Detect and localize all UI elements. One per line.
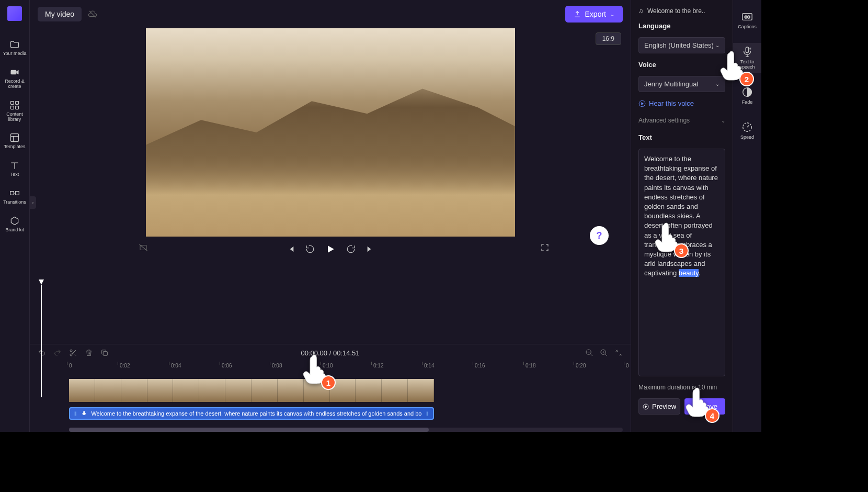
left-sidebar: Your media Record & create Content libra… [0,0,30,432]
music-note-icon: ♫ [638,7,643,15]
playhead-line [41,285,42,397]
cloud-sync-icon [88,9,97,19]
duplicate-icon[interactable] [100,349,109,357]
nav-label: Content library [0,112,29,122]
voice-dropdown[interactable]: Jenny Multilingual ⌄ [638,76,725,92]
scrollbar-thumb[interactable] [69,428,429,432]
svg-rect-9 [16,192,19,195]
nav-brand-kit[interactable]: Brand kit [0,210,29,238]
video-track[interactable] [69,379,434,402]
nav-label: Text [10,172,19,177]
ruler-tick: 0:12 [373,363,383,368]
video-preview[interactable] [146,28,515,237]
ruler-tick: 0 [69,363,72,368]
preview-button[interactable]: Preview [638,398,680,415]
tool-speed[interactable]: Speed [733,118,761,143]
tool-fade[interactable]: Fade [733,83,761,108]
svg-line-19 [590,354,592,356]
tutorial-pointer-2: 2 [715,48,748,84]
nav-templates[interactable]: Templates [0,127,29,155]
skip-back-icon[interactable] [287,245,295,253]
audio-tts-track[interactable]: ⦀ Welcome to the breathtaking expanse of… [69,407,434,420]
rewind-icon[interactable] [305,244,315,254]
tts-text-input[interactable]: Welcome to the breathtaking expanse of t… [638,149,725,376]
folder-icon [9,39,20,50]
ruler-tick: 0:18 [526,363,535,368]
templates-icon [9,132,20,143]
chevron-down-icon: ⌄ [610,12,614,17]
chevron-down-icon: ⌄ [721,118,725,124]
advanced-settings-toggle[interactable]: Advanced settings ⌄ [638,115,725,126]
nav-label: Your media [3,51,26,57]
hear-voice-button[interactable]: Hear this voice [638,99,725,107]
library-icon [9,100,20,110]
scissors-icon[interactable] [69,349,77,357]
track-handle-icon[interactable]: ⦀ [74,410,77,417]
ruler-tick: 0:20 [576,363,586,368]
svg-rect-17 [103,351,107,355]
language-label: Language [638,22,725,30]
tutorial-pointer-3: 3 [650,220,682,255]
ruler-tick: 0:02 [120,363,130,368]
speaker-icon [81,410,87,417]
transitions-icon [9,188,20,198]
nav-label: Templates [4,144,25,150]
fit-icon[interactable] [614,349,623,357]
app-logo[interactable] [7,6,22,21]
preview-area: 16:9 ? [30,28,631,344]
language-dropdown[interactable]: English (United States) ⌄ [638,37,725,53]
help-button[interactable]: ? [590,226,609,245]
skip-forward-icon[interactable] [366,245,374,253]
cc-icon: CC [741,11,753,23]
tutorial-pointer-4: 4 [681,385,713,420]
crop-icon[interactable] [139,243,148,252]
trash-icon[interactable] [85,349,93,357]
ruler-tick: 0:04 [171,363,181,368]
play-icon[interactable] [325,244,336,254]
nav-content-library[interactable]: Content library [0,95,29,128]
svg-rect-3 [11,106,14,109]
nav-your-media[interactable]: Your media [0,34,29,62]
track-handle-icon[interactable]: ⦀ [426,410,429,417]
tool-captions[interactable]: CC Captions [733,8,761,32]
zoom-in-icon[interactable] [600,349,608,357]
nav-text[interactable]: Text [0,155,29,183]
player-controls: ? [30,237,631,262]
svg-text:CC: CC [745,15,750,19]
svg-point-14 [70,354,72,356]
svg-rect-4 [16,106,19,109]
camera-icon [9,67,20,77]
nav-label: Record & create [0,79,29,90]
export-button[interactable]: Export ⌄ [565,6,623,23]
nav-transitions[interactable]: Transitions [0,183,29,210]
text-label: Text [638,133,725,141]
ruler-tick: 0:08 [272,363,282,368]
svg-rect-0 [11,70,17,74]
speed-icon [741,121,753,133]
svg-rect-8 [10,192,14,195]
forward-icon[interactable] [346,244,356,254]
nav-label: Brand kit [5,228,24,233]
aspect-ratio-badge[interactable]: 16:9 [596,32,621,45]
panel-title: ♫ Welcome to the bre.. [638,7,725,15]
timeline-scrollbar[interactable] [69,428,623,432]
fade-icon [741,86,753,98]
ruler-tick: 0 [626,363,629,368]
nav-label: Transitions [3,200,26,205]
text-icon [9,160,20,171]
voice-label: Voice [638,61,725,69]
track-text: Welcome to the breathtaking expanse of t… [91,410,422,417]
zoom-out-icon[interactable] [585,349,593,357]
nav-record-create[interactable]: Record & create [0,62,29,95]
svg-rect-1 [11,101,14,104]
brand-icon [9,216,20,226]
redo-icon[interactable] [53,349,62,357]
ruler-tick: 0:06 [222,363,232,368]
undo-icon[interactable] [38,349,46,357]
project-name-field[interactable]: My video [38,7,82,21]
topbar: My video Export ⌄ [30,0,631,28]
ruler-tick: 0:14 [424,363,434,368]
fullscreen-icon[interactable] [540,243,550,252]
chevron-down-icon: ⌄ [715,42,719,48]
play-circle-icon [638,100,646,107]
